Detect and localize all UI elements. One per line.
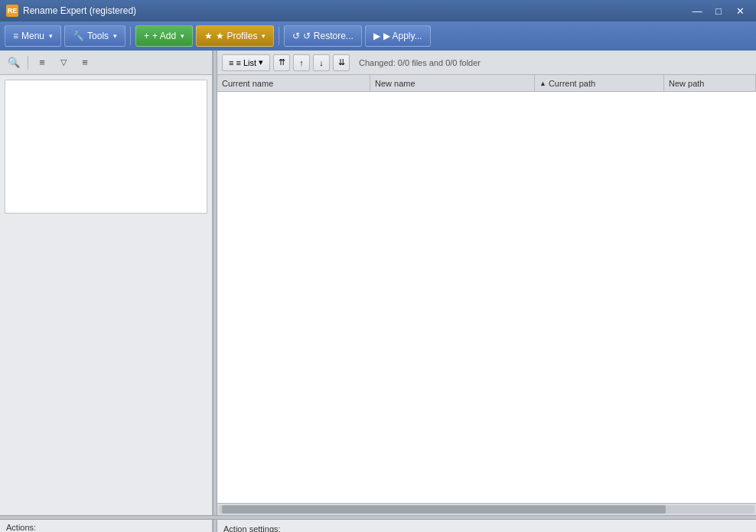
filter-button[interactable]: ▽ (54, 54, 73, 71)
maximize-button[interactable]: □ (709, 3, 728, 18)
bottom-section: Actions: + ▾ ✕ ⧉ ↑ ↓ ✎ ⧉ (0, 520, 756, 532)
list-view-button[interactable]: ≡ ≡ List ▾ (222, 54, 270, 71)
arrow-up-icon: ↑ (299, 58, 304, 67)
profiles-dropdown-arrow: ▾ (262, 32, 266, 40)
list-dropdown-arrow: ▾ (259, 57, 263, 67)
restore-icon: ↺ (292, 31, 300, 41)
add-dropdown-arrow: ▾ (181, 32, 184, 40)
play-icon: ▶ (373, 31, 380, 41)
search-icon: 🔍 (8, 57, 20, 68)
menu-dropdown-arrow: ▾ (49, 32, 53, 40)
title-bar: RE Rename Expert (registered) — □ ✕ (0, 0, 756, 21)
scrollbar-track (219, 505, 754, 514)
tools-button[interactable]: 🔧 Tools ▾ (64, 25, 125, 47)
left-spacer (0, 218, 212, 515)
scrollbar-thumb[interactable] (222, 505, 666, 514)
left-preview-area (5, 80, 207, 214)
changed-status: Changed: 0/0 files and 0/0 folder (359, 58, 481, 67)
action-settings-panel: Action settings: What to remove? ⊟ ▾ ≡ ≡… (217, 520, 756, 532)
file-toolbar: ≡ ≡ List ▾ ⇈ ↑ ↓ ⇊ Changed: 0/0 files an… (217, 51, 756, 75)
file-list-header: Current name New name ▲ Current path New… (217, 75, 756, 92)
arrow-bottom-icon: ⇊ (338, 57, 345, 67)
tools-dropdown-arrow: ▾ (113, 32, 117, 40)
title-bar-left: RE Rename Expert (registered) (6, 5, 136, 17)
add-icon: + (144, 31, 149, 41)
restore-button[interactable]: ↺ ↺ Restore... (284, 25, 361, 47)
horizontal-scrollbar[interactable] (217, 503, 756, 515)
list-view-icon: ≡ (229, 58, 233, 67)
left-panel: 🔍 ≡ ▽ ≡ (0, 51, 213, 515)
toolbar-separator-2 (279, 27, 279, 45)
app-icon: RE (6, 5, 18, 17)
right-panel: ≡ ≡ List ▾ ⇈ ↑ ↓ ⇊ Changed: 0/0 files an… (217, 51, 756, 515)
move-bottom-button[interactable]: ⇊ (333, 54, 350, 71)
col-header-new-path[interactable]: New path (664, 75, 756, 91)
menu-lines-button[interactable]: ≡ (76, 54, 94, 71)
arrow-down-icon: ↓ (319, 58, 324, 67)
filter-icon: ▽ (60, 57, 67, 67)
title-controls: — □ ✕ (687, 3, 750, 18)
main-toolbar: ≡ Menu ▾ 🔧 Tools ▾ + + Add ▾ ★ ★ Profile… (0, 21, 756, 51)
star-icon: ★ (204, 31, 213, 41)
search-bar: 🔍 ≡ ▽ ≡ (0, 51, 212, 75)
minimize-button[interactable]: — (687, 3, 707, 18)
col-header-current-path[interactable]: ▲ Current path (535, 75, 664, 91)
lines-icon: ≡ (82, 57, 88, 68)
profiles-button[interactable]: ★ ★ Profiles ▾ (196, 25, 274, 47)
apply-button[interactable]: ▶ ▶ Apply... (365, 25, 431, 47)
move-down-button[interactable]: ↓ (313, 54, 330, 71)
tools-icon: 🔧 (73, 31, 84, 41)
col-header-current-name[interactable]: Current name (217, 75, 370, 91)
main-layout: 🔍 ≡ ▽ ≡ ≡ ≡ List ▾ (0, 51, 756, 515)
actions-panel: Actions: + ▾ ✕ ⧉ ↑ ↓ ✎ ⧉ (0, 520, 213, 532)
arrow-top-icon: ⇈ (279, 57, 285, 67)
close-button[interactable]: ✕ (730, 3, 750, 18)
menu-button[interactable]: ≡ Menu ▾ (5, 25, 61, 47)
toolbar-separator-1 (130, 27, 131, 45)
action-settings-label: Action settings: (223, 524, 750, 532)
sort-icon: ▲ (539, 80, 546, 87)
move-up-button[interactable]: ↑ (293, 54, 310, 71)
col-header-new-name[interactable]: New name (370, 75, 535, 91)
actions-label: Actions: (0, 520, 212, 532)
file-list-area (217, 92, 756, 503)
search-sep-1 (28, 56, 28, 70)
search-button[interactable]: 🔍 (5, 54, 23, 71)
add-button[interactable]: + + Add ▾ (135, 25, 193, 47)
app-title: Rename Expert (registered) (23, 5, 136, 16)
expand-list-button[interactable]: ≡ (33, 54, 51, 71)
list-expand-icon: ≡ (39, 57, 45, 68)
menu-icon: ≡ (13, 31, 18, 41)
move-top-button[interactable]: ⇈ (273, 54, 290, 71)
